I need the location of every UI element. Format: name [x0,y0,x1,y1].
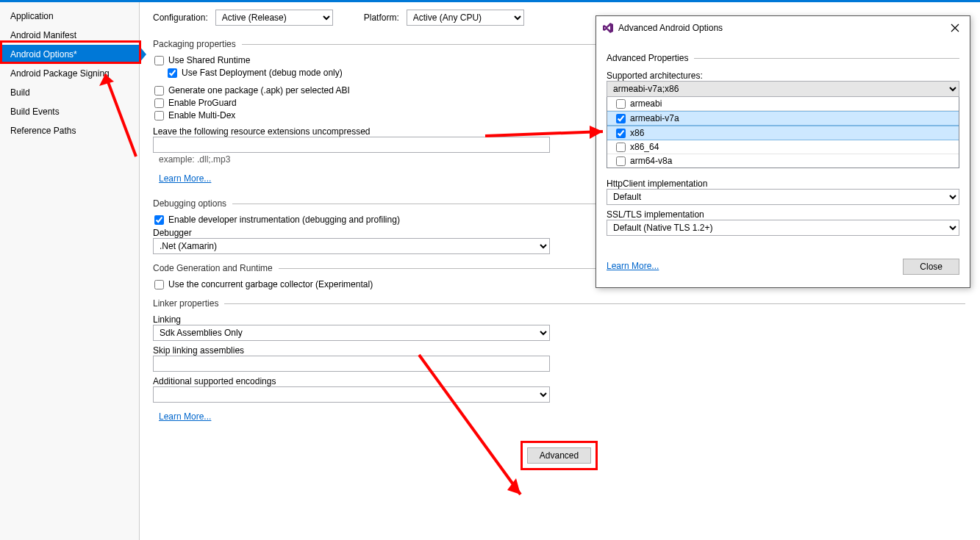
additional-encodings-select[interactable] [153,386,550,403]
sidebar-item-label: Android Options* [10,49,77,60]
enable-dev-instrumentation-label: Enable developer instrumentation (debugg… [168,215,400,225]
dialog-learn-more-link[interactable]: Learn More... [607,261,659,271]
sidebar-item-android-manifest[interactable]: Android Manifest [0,26,139,45]
arch-checkbox-armeabi-v7a[interactable] [616,114,626,123]
enable-proguard-checkbox[interactable] [154,98,164,108]
platform-select[interactable]: Active (Any CPU) [407,10,524,26]
sidebar-item-label: Android Package Signing [10,68,110,79]
sidebar-item-label: Build [10,87,30,98]
arch-checkbox-armeabi[interactable] [616,99,626,109]
httpclient-label: HttpClient implementation [607,179,959,189]
linker-learn-more-link[interactable]: Learn More... [159,411,211,422]
arch-item-armeabi[interactable]: armeabi [607,97,959,111]
sidebar-item-reference-paths[interactable]: Reference Paths [0,121,139,140]
enable-dev-instrumentation-checkbox[interactable] [154,215,164,225]
arch-checkbox-arm64-v8a[interactable] [616,156,626,166]
supported-architectures-label: Supported architectures: [607,71,959,81]
sidebar: Application Android Manifest Android Opt… [0,2,140,540]
arch-item-armeabi-v7a[interactable]: armeabi-v7a [607,111,959,126]
supported-architectures-select[interactable]: armeabi-v7a;x86 [607,81,959,97]
enable-proguard-label: Enable ProGuard [168,98,237,108]
sidebar-item-label: Android Manifest [10,30,76,40]
configuration-label: Configuration: [153,12,208,23]
one-package-per-abi-checkbox[interactable] [154,86,164,96]
dialog-section-title: Advanced Properties [607,53,688,63]
sidebar-item-label: Application [10,11,54,21]
sidebar-item-build[interactable]: Build [0,83,139,102]
close-icon [951,24,959,32]
section-title-codegen: Code Generation and Runtime [153,263,273,273]
ssl-tls-label: SSL/TLS implementation [607,209,959,220]
dialog-close-footer-button[interactable]: Close [903,259,959,275]
platform-label: Platform: [364,12,399,23]
use-shared-runtime-checkbox[interactable] [154,56,164,65]
sidebar-item-android-package-signing[interactable]: Android Package Signing [0,64,139,83]
advanced-button-highlight: Advanced [521,441,598,470]
concurrent-gc-label: Use the concurrent garbage collector (Ex… [168,279,373,289]
arch-item-x86-64[interactable]: x86_64 [607,140,959,154]
debugger-select[interactable]: .Net (Xamarin) [153,238,550,254]
ssl-tls-select[interactable]: Default (Native TLS 1.2+) [607,220,959,236]
visual-studio-icon [602,22,614,34]
arch-checkbox-x86[interactable] [616,129,626,138]
arch-item-arm64-v8a[interactable]: arm64-v8a [607,154,959,168]
advanced-button[interactable]: Advanced [527,447,591,464]
packaging-learn-more-link[interactable]: Learn More... [159,173,211,184]
use-fast-deployment-label: Use Fast Deployment (debug mode only) [182,68,343,78]
sidebar-item-build-events[interactable]: Build Events [0,102,139,121]
enable-multidex-checkbox[interactable] [154,111,164,120]
linking-select[interactable]: Sdk Assemblies Only [153,325,550,341]
enable-multidex-label: Enable Multi-Dex [168,110,235,120]
linking-label: Linking [153,314,965,325]
concurrent-gc-checkbox[interactable] [154,280,164,289]
sidebar-item-label: Build Events [10,107,60,117]
uncompressed-extensions-input[interactable] [153,137,550,153]
sidebar-item-label: Reference Paths [10,126,76,136]
additional-encodings-label: Additional supported encodings [153,376,965,386]
arch-item-x86[interactable]: x86 [607,126,959,140]
use-shared-runtime-label: Use Shared Runtime [168,55,250,65]
advanced-android-options-dialog: Advanced Android Options Advanced Proper… [595,15,970,288]
sidebar-item-application[interactable]: Application [0,7,139,26]
sidebar-item-android-options[interactable]: Android Options* [0,45,139,64]
dialog-title: Advanced Android Options [618,23,945,33]
section-title-linker: Linker properties [153,298,218,309]
httpclient-select[interactable]: Default [607,189,959,205]
supported-architectures-list: armeabi armeabi-v7a x86 x86_64 arm64-v8a [607,97,959,168]
one-package-per-abi-label: Generate one package (.apk) per selected… [168,85,350,96]
arch-checkbox-x86-64[interactable] [616,143,626,152]
skip-linking-input[interactable] [153,356,550,372]
section-title-debugging: Debugging options [153,198,226,209]
dialog-close-button[interactable] [945,21,965,35]
section-title-packaging: Packaging properties [153,39,236,49]
configuration-select[interactable]: Active (Release) [215,10,333,26]
skip-linking-label: Skip linking assemblies [153,345,965,356]
use-fast-deployment-checkbox[interactable] [168,68,177,78]
